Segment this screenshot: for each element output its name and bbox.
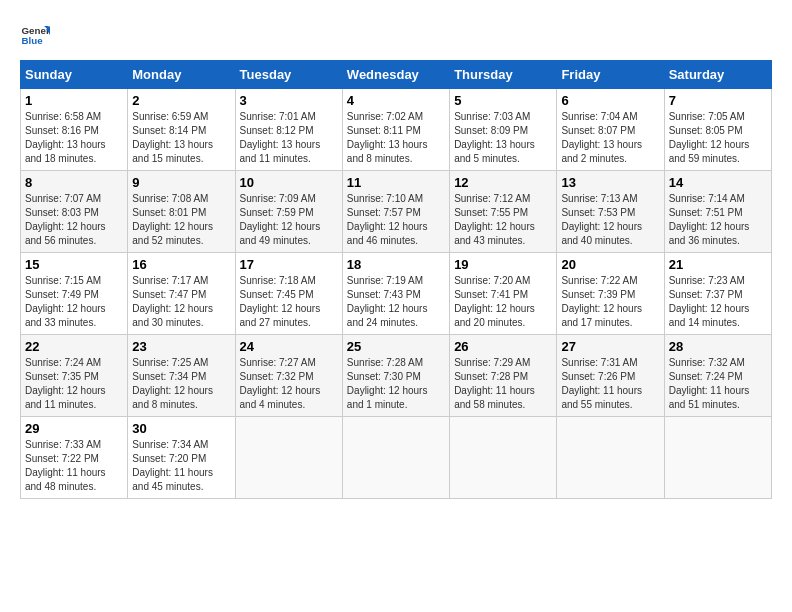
day-number: 25 <box>347 339 445 354</box>
day-info: Sunrise: 7:24 AMSunset: 7:35 PMDaylight:… <box>25 356 123 412</box>
day-number: 13 <box>561 175 659 190</box>
calendar-cell: 13 Sunrise: 7:13 AMSunset: 7:53 PMDaylig… <box>557 171 664 253</box>
day-number: 16 <box>132 257 230 272</box>
day-number: 18 <box>347 257 445 272</box>
day-number: 22 <box>25 339 123 354</box>
calendar-cell: 5 Sunrise: 7:03 AMSunset: 8:09 PMDayligh… <box>450 89 557 171</box>
calendar-cell: 30 Sunrise: 7:34 AMSunset: 7:20 PMDaylig… <box>128 417 235 499</box>
day-info: Sunrise: 7:01 AMSunset: 8:12 PMDaylight:… <box>240 110 338 166</box>
calendar-cell <box>342 417 449 499</box>
calendar-cell <box>664 417 771 499</box>
day-number: 14 <box>669 175 767 190</box>
calendar-cell: 7 Sunrise: 7:05 AMSunset: 8:05 PMDayligh… <box>664 89 771 171</box>
day-number: 11 <box>347 175 445 190</box>
day-info: Sunrise: 7:18 AMSunset: 7:45 PMDaylight:… <box>240 274 338 330</box>
calendar-body: 1 Sunrise: 6:58 AMSunset: 8:16 PMDayligh… <box>21 89 772 499</box>
day-number: 26 <box>454 339 552 354</box>
calendar-cell: 28 Sunrise: 7:32 AMSunset: 7:24 PMDaylig… <box>664 335 771 417</box>
day-number: 23 <box>132 339 230 354</box>
day-number: 12 <box>454 175 552 190</box>
calendar-cell: 8 Sunrise: 7:07 AMSunset: 8:03 PMDayligh… <box>21 171 128 253</box>
weekday-header-row: Sunday Monday Tuesday Wednesday Thursday… <box>21 61 772 89</box>
day-number: 27 <box>561 339 659 354</box>
day-info: Sunrise: 7:09 AMSunset: 7:59 PMDaylight:… <box>240 192 338 248</box>
calendar-cell <box>450 417 557 499</box>
day-number: 5 <box>454 93 552 108</box>
day-number: 30 <box>132 421 230 436</box>
day-number: 17 <box>240 257 338 272</box>
day-number: 6 <box>561 93 659 108</box>
calendar-cell: 20 Sunrise: 7:22 AMSunset: 7:39 PMDaylig… <box>557 253 664 335</box>
day-info: Sunrise: 7:29 AMSunset: 7:28 PMDaylight:… <box>454 356 552 412</box>
calendar-cell: 23 Sunrise: 7:25 AMSunset: 7:34 PMDaylig… <box>128 335 235 417</box>
day-number: 8 <box>25 175 123 190</box>
calendar-cell: 2 Sunrise: 6:59 AMSunset: 8:14 PMDayligh… <box>128 89 235 171</box>
calendar-cell: 21 Sunrise: 7:23 AMSunset: 7:37 PMDaylig… <box>664 253 771 335</box>
day-info: Sunrise: 7:05 AMSunset: 8:05 PMDaylight:… <box>669 110 767 166</box>
day-info: Sunrise: 7:22 AMSunset: 7:39 PMDaylight:… <box>561 274 659 330</box>
day-number: 21 <box>669 257 767 272</box>
day-info: Sunrise: 7:12 AMSunset: 7:55 PMDaylight:… <box>454 192 552 248</box>
calendar-week-row: 29 Sunrise: 7:33 AMSunset: 7:22 PMDaylig… <box>21 417 772 499</box>
header-friday: Friday <box>557 61 664 89</box>
day-info: Sunrise: 7:19 AMSunset: 7:43 PMDaylight:… <box>347 274 445 330</box>
day-info: Sunrise: 7:28 AMSunset: 7:30 PMDaylight:… <box>347 356 445 412</box>
page-header: General Blue <box>20 20 772 50</box>
day-info: Sunrise: 7:15 AMSunset: 7:49 PMDaylight:… <box>25 274 123 330</box>
day-info: Sunrise: 7:13 AMSunset: 7:53 PMDaylight:… <box>561 192 659 248</box>
day-number: 1 <box>25 93 123 108</box>
svg-text:Blue: Blue <box>22 35 44 46</box>
day-number: 4 <box>347 93 445 108</box>
calendar-cell <box>557 417 664 499</box>
calendar-week-row: 22 Sunrise: 7:24 AMSunset: 7:35 PMDaylig… <box>21 335 772 417</box>
calendar-week-row: 8 Sunrise: 7:07 AMSunset: 8:03 PMDayligh… <box>21 171 772 253</box>
day-info: Sunrise: 7:03 AMSunset: 8:09 PMDaylight:… <box>454 110 552 166</box>
day-info: Sunrise: 6:59 AMSunset: 8:14 PMDaylight:… <box>132 110 230 166</box>
calendar-cell: 27 Sunrise: 7:31 AMSunset: 7:26 PMDaylig… <box>557 335 664 417</box>
calendar-cell: 26 Sunrise: 7:29 AMSunset: 7:28 PMDaylig… <box>450 335 557 417</box>
day-number: 28 <box>669 339 767 354</box>
day-number: 2 <box>132 93 230 108</box>
day-info: Sunrise: 7:23 AMSunset: 7:37 PMDaylight:… <box>669 274 767 330</box>
header-tuesday: Tuesday <box>235 61 342 89</box>
calendar-cell: 16 Sunrise: 7:17 AMSunset: 7:47 PMDaylig… <box>128 253 235 335</box>
calendar-cell: 12 Sunrise: 7:12 AMSunset: 7:55 PMDaylig… <box>450 171 557 253</box>
day-info: Sunrise: 7:20 AMSunset: 7:41 PMDaylight:… <box>454 274 552 330</box>
calendar-week-row: 15 Sunrise: 7:15 AMSunset: 7:49 PMDaylig… <box>21 253 772 335</box>
day-info: Sunrise: 7:08 AMSunset: 8:01 PMDaylight:… <box>132 192 230 248</box>
day-info: Sunrise: 7:02 AMSunset: 8:11 PMDaylight:… <box>347 110 445 166</box>
day-number: 15 <box>25 257 123 272</box>
day-info: Sunrise: 7:04 AMSunset: 8:07 PMDaylight:… <box>561 110 659 166</box>
day-number: 19 <box>454 257 552 272</box>
calendar-cell: 29 Sunrise: 7:33 AMSunset: 7:22 PMDaylig… <box>21 417 128 499</box>
day-info: Sunrise: 7:33 AMSunset: 7:22 PMDaylight:… <box>25 438 123 494</box>
day-info: Sunrise: 7:25 AMSunset: 7:34 PMDaylight:… <box>132 356 230 412</box>
logo: General Blue <box>20 20 50 50</box>
day-number: 7 <box>669 93 767 108</box>
day-info: Sunrise: 7:07 AMSunset: 8:03 PMDaylight:… <box>25 192 123 248</box>
calendar-cell: 24 Sunrise: 7:27 AMSunset: 7:32 PMDaylig… <box>235 335 342 417</box>
calendar-cell: 9 Sunrise: 7:08 AMSunset: 8:01 PMDayligh… <box>128 171 235 253</box>
day-info: Sunrise: 7:27 AMSunset: 7:32 PMDaylight:… <box>240 356 338 412</box>
day-info: Sunrise: 7:32 AMSunset: 7:24 PMDaylight:… <box>669 356 767 412</box>
calendar-cell: 4 Sunrise: 7:02 AMSunset: 8:11 PMDayligh… <box>342 89 449 171</box>
day-number: 10 <box>240 175 338 190</box>
calendar-cell: 6 Sunrise: 7:04 AMSunset: 8:07 PMDayligh… <box>557 89 664 171</box>
calendar-cell: 17 Sunrise: 7:18 AMSunset: 7:45 PMDaylig… <box>235 253 342 335</box>
calendar-cell: 14 Sunrise: 7:14 AMSunset: 7:51 PMDaylig… <box>664 171 771 253</box>
header-monday: Monday <box>128 61 235 89</box>
logo-icon: General Blue <box>20 20 50 50</box>
calendar-cell: 10 Sunrise: 7:09 AMSunset: 7:59 PMDaylig… <box>235 171 342 253</box>
day-number: 9 <box>132 175 230 190</box>
header-sunday: Sunday <box>21 61 128 89</box>
calendar-cell: 18 Sunrise: 7:19 AMSunset: 7:43 PMDaylig… <box>342 253 449 335</box>
day-info: Sunrise: 7:17 AMSunset: 7:47 PMDaylight:… <box>132 274 230 330</box>
day-info: Sunrise: 7:34 AMSunset: 7:20 PMDaylight:… <box>132 438 230 494</box>
day-number: 3 <box>240 93 338 108</box>
calendar-cell: 19 Sunrise: 7:20 AMSunset: 7:41 PMDaylig… <box>450 253 557 335</box>
calendar-week-row: 1 Sunrise: 6:58 AMSunset: 8:16 PMDayligh… <box>21 89 772 171</box>
calendar-cell: 22 Sunrise: 7:24 AMSunset: 7:35 PMDaylig… <box>21 335 128 417</box>
day-info: Sunrise: 7:14 AMSunset: 7:51 PMDaylight:… <box>669 192 767 248</box>
day-number: 24 <box>240 339 338 354</box>
day-number: 20 <box>561 257 659 272</box>
